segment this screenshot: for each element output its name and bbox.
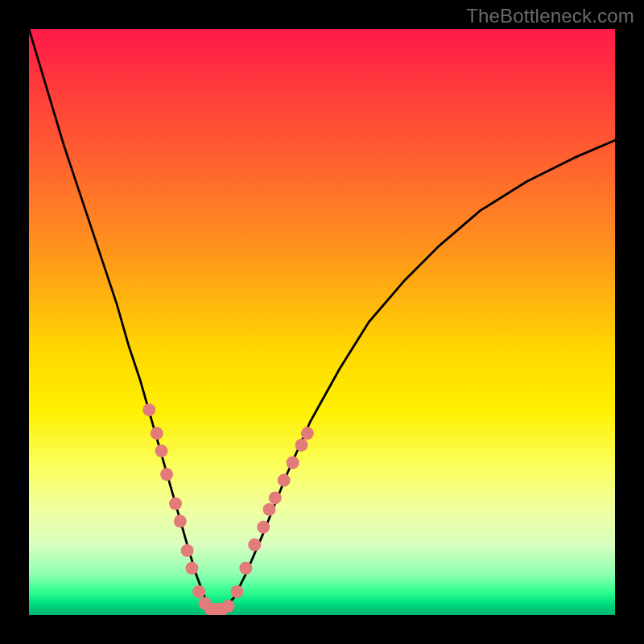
marker-point: [257, 521, 270, 534]
marker-point: [155, 444, 168, 457]
marker-point: [151, 427, 163, 440]
marker-point: [262, 503, 275, 516]
marker-point: [248, 539, 261, 551]
marker-point: [222, 600, 235, 613]
chart-container: TheBottleneck.com: [0, 0, 644, 644]
marker-point: [239, 562, 252, 575]
marker-point: [192, 585, 205, 598]
marker-point: [185, 562, 198, 575]
marker-point: [230, 585, 243, 598]
marker-point: [301, 427, 314, 440]
bottleneck-curve: [29, 29, 615, 609]
marker-point: [142, 403, 155, 416]
plot-area: [29, 29, 615, 615]
marker-point: [278, 474, 291, 487]
marker-point: [295, 439, 308, 452]
marker-point: [181, 544, 194, 557]
marker-point: [287, 456, 299, 469]
marker-point: [174, 515, 187, 528]
marker-point: [169, 497, 182, 510]
marker-point: [269, 491, 282, 504]
watermark-text: TheBottleneck.com: [466, 5, 634, 27]
highlighted-points: [142, 403, 314, 615]
marker-point: [160, 468, 173, 481]
curve-svg: [29, 29, 615, 615]
